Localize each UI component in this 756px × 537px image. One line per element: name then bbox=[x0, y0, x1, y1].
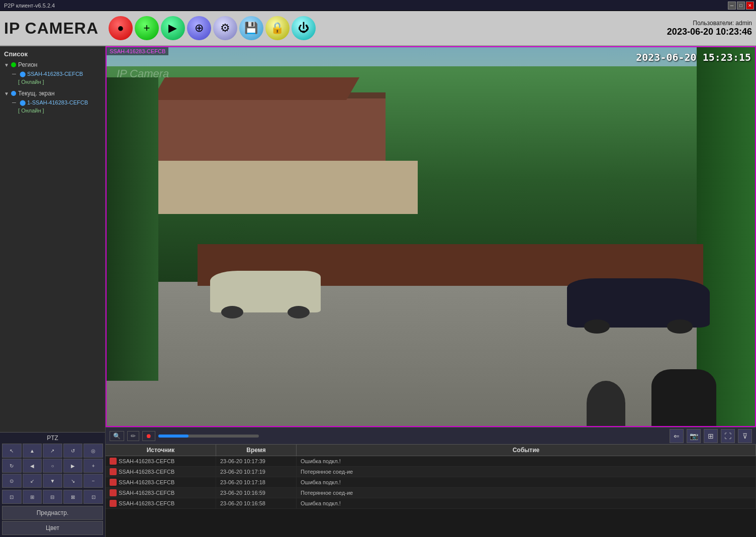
log-icon bbox=[110, 468, 117, 475]
settings-button[interactable]: ⚙ bbox=[213, 16, 237, 40]
log-icon bbox=[110, 489, 117, 496]
color-button[interactable]: Цвет bbox=[2, 521, 103, 535]
screen-label: Текущ. экран bbox=[18, 90, 55, 97]
log-row[interactable]: SSAH-416283-CEFCB 23-06-20 10:17:18 Ошиб… bbox=[106, 477, 756, 488]
live-button[interactable]: ● bbox=[109, 16, 133, 40]
ptz-preset2-button[interactable]: ⊞ bbox=[23, 490, 42, 504]
app-title: P2P клиент-v6.5.2.4 bbox=[2, 3, 55, 9]
ptz-button[interactable]: ⊕ bbox=[187, 16, 211, 40]
ptz-preset-grid: ⊡ ⊞ ⊟ ⊠ ⊡ bbox=[2, 490, 103, 504]
log-cell-event: Ошибка подкл.! bbox=[297, 477, 756, 487]
log-cell-source: SSAH-416283-CEFCB bbox=[106, 488, 216, 498]
event-log-header: Источник Время Событие bbox=[106, 445, 756, 456]
ptz-right-button[interactable]: ▶ bbox=[63, 459, 83, 473]
camera-view[interactable]: SSAH-416283-CEFCB 2023-06-20 15:23:15 IP… bbox=[106, 46, 756, 427]
log-cell-source: SSAH-416283-CEFCB bbox=[106, 456, 216, 466]
close-button[interactable]: ✕ bbox=[746, 2, 754, 10]
sidebar: Список ▼ Регион ─ ⬤ SSAH-416283-CEFCB [ … bbox=[0, 46, 106, 537]
ptz-label: PTZ bbox=[2, 435, 103, 442]
log-icon bbox=[110, 458, 117, 465]
log-cell-source: SSAH-416283-CEFCB bbox=[106, 477, 216, 487]
sidebar-list: Список ▼ Регион ─ ⬤ SSAH-416283-CEFCB [ … bbox=[0, 46, 105, 432]
event-log-body: SSAH-416283-CEFCB 23-06-20 10:17:39 Ошиб… bbox=[106, 456, 756, 537]
ptz-preset1-button[interactable]: ⊡ bbox=[2, 490, 22, 504]
region-arrow: ▼ bbox=[4, 62, 9, 68]
minimize-button[interactable]: ─ bbox=[728, 2, 736, 10]
cam-progress-fill bbox=[158, 435, 188, 438]
cam-record-button[interactable]: ⏺ bbox=[142, 431, 155, 441]
add-button[interactable]: + bbox=[135, 16, 159, 40]
ptz-preset5-button[interactable]: ⊡ bbox=[83, 490, 103, 504]
log-col-time: Время bbox=[216, 445, 297, 456]
sidebar-screen[interactable]: ▼ Текущ. экран bbox=[0, 88, 105, 98]
log-cell-event: Потерянное соед-ие bbox=[297, 488, 756, 498]
ptz-preset3-button[interactable]: ⊟ bbox=[43, 490, 62, 504]
logo-text: IP CAMERA bbox=[4, 19, 99, 38]
user-label: Пользователи: admin bbox=[667, 20, 752, 27]
log-row[interactable]: SSAH-416283-CEFCB 23-06-20 10:16:58 Ошиб… bbox=[106, 498, 756, 509]
log-row[interactable]: SSAH-416283-CEFCB 23-06-20 10:16:59 Поте… bbox=[106, 488, 756, 498]
cam-edit-button[interactable]: ✏ bbox=[127, 431, 139, 441]
scene-roof-slope bbox=[152, 77, 359, 100]
cam-grid-button[interactable]: ⊞ bbox=[704, 429, 718, 443]
sidebar-camera2[interactable]: ─ ⬤ 1-SSAH-416283-CEFCB bbox=[0, 98, 105, 107]
maximize-button[interactable]: □ bbox=[737, 2, 745, 10]
log-cell-time: 23-06-20 10:16:59 bbox=[216, 488, 297, 498]
power-button[interactable]: ⏻ bbox=[292, 16, 316, 40]
ptz-down-button[interactable]: ▼ bbox=[43, 474, 62, 488]
camera-toolbar: 🔍 ✏ ⏺ ⇐ 📷 ⊞ ⛶ ⊽ bbox=[106, 427, 756, 444]
titlebar: P2P клиент-v6.5.2.4 ─ □ ✕ bbox=[0, 0, 756, 11]
scene-tree-right bbox=[697, 47, 755, 426]
play-button[interactable]: ▶ bbox=[161, 16, 185, 40]
ptz-up-button[interactable]: ▲ bbox=[23, 444, 42, 458]
log-col-source: Источник bbox=[106, 445, 216, 456]
screen-arrow: ▼ bbox=[4, 91, 9, 96]
cam-fullscreen-button[interactable]: ⛶ bbox=[721, 429, 735, 443]
region-status-dot bbox=[11, 62, 16, 67]
ptz-zoom-out-button[interactable]: − bbox=[83, 474, 103, 488]
header-user-info: Пользователи: admin 2023-06-20 10:23:46 bbox=[667, 20, 752, 37]
app-logo: IP CAMERA bbox=[4, 19, 99, 38]
log-cell-source: SSAH-416283-CEFCB bbox=[106, 467, 216, 477]
ptz-focus-far-button[interactable]: ⊙ bbox=[2, 474, 22, 488]
cam-snapshot-button[interactable]: 📷 bbox=[687, 429, 701, 443]
scene-object-br bbox=[651, 369, 716, 426]
header-toolbar: IP CAMERA ● + ▶ ⊕ ⚙ 💾 🔒 ⏻ Пользователи: … bbox=[0, 11, 756, 46]
sidebar-camera1[interactable]: ─ ⬤ SSAH-416283-CEFCB bbox=[0, 70, 105, 78]
ptz-rotate-left-button[interactable]: ↺ bbox=[63, 444, 83, 458]
lock-button[interactable]: 🔒 bbox=[265, 16, 290, 40]
ptz-dr-button[interactable]: ↘ bbox=[63, 474, 83, 488]
ptz-center-button[interactable]: ○ bbox=[43, 459, 62, 473]
preset-button[interactable]: Преднастр. bbox=[2, 506, 103, 520]
ptz-dl-button[interactable]: ↙ bbox=[23, 474, 42, 488]
datetime-display: 2023-06-20 10:23:46 bbox=[667, 27, 752, 37]
ptz-ul-button[interactable]: ↖ bbox=[2, 444, 22, 458]
cam-more-button[interactable]: ⊽ bbox=[738, 429, 752, 443]
screen-status-dot bbox=[11, 91, 16, 96]
ptz-preset4-button[interactable]: ⊠ bbox=[63, 490, 83, 504]
ptz-focus-near-button[interactable]: ◎ bbox=[83, 444, 103, 458]
camera-title: SSAH-416283-CEFCB bbox=[107, 47, 168, 55]
sidebar-region[interactable]: ▼ Регион bbox=[0, 60, 105, 70]
region-label: Регион bbox=[18, 61, 38, 68]
ptz-left-button[interactable]: ◀ bbox=[23, 459, 42, 473]
log-cell-time: 23-06-20 10:17:39 bbox=[216, 456, 297, 466]
camera1-name: SSAH-416283-CEFCB bbox=[27, 71, 83, 77]
ptz-rotate-right-button[interactable]: ↻ bbox=[2, 459, 22, 473]
scene-post bbox=[587, 381, 625, 426]
cam-search-button[interactable]: 🔍 bbox=[110, 431, 124, 441]
ptz-direction-grid: ↖ ▲ ↗ ↺ ◎ ↻ ◀ ○ ▶ + ⊙ ↙ ▼ ↘ − bbox=[2, 444, 103, 488]
log-cell-source: SSAH-416283-CEFCB bbox=[106, 498, 216, 508]
event-log: Источник Время Событие SSAH-416283-CEFCB… bbox=[106, 444, 756, 537]
sidebar-list-header: Список bbox=[0, 48, 105, 60]
record-button[interactable]: 💾 bbox=[239, 16, 263, 40]
ptz-ur-button[interactable]: ↗ bbox=[43, 444, 62, 458]
log-row[interactable]: SSAH-416283-CEFCB 23-06-20 10:17:39 Ошиб… bbox=[106, 456, 756, 467]
cam-prev-button[interactable]: ⇐ bbox=[670, 429, 684, 443]
log-icon bbox=[110, 500, 117, 507]
log-row[interactable]: SSAH-416283-CEFCB 23-06-20 10:17:19 Поте… bbox=[106, 467, 756, 477]
ptz-zoom-in-button[interactable]: + bbox=[83, 459, 103, 473]
content-area: SSAH-416283-CEFCB 2023-06-20 15:23:15 IP… bbox=[106, 46, 756, 537]
camera2-status: [ Онлайн ] bbox=[0, 107, 105, 114]
main-area: Список ▼ Регион ─ ⬤ SSAH-416283-CEFCB [ … bbox=[0, 46, 756, 537]
